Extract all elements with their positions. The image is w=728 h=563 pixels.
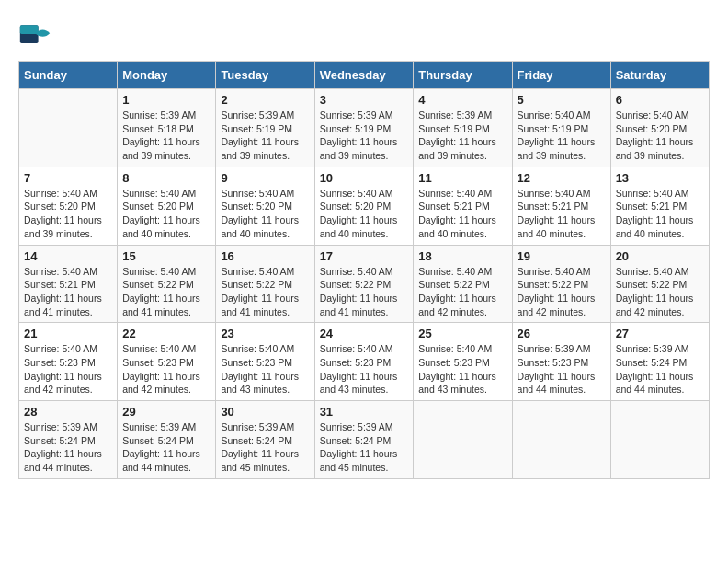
header-friday: Friday — [512, 62, 610, 89]
day-cell: 19Sunrise: 5:40 AM Sunset: 5:22 PM Dayli… — [512, 245, 610, 323]
day-cell: 30Sunrise: 5:39 AM Sunset: 5:24 PM Dayli… — [216, 401, 314, 479]
day-cell: 27Sunrise: 5:39 AM Sunset: 5:24 PM Dayli… — [610, 323, 709, 401]
day-info: Sunrise: 5:40 AM Sunset: 5:23 PM Dayligh… — [418, 342, 506, 396]
day-number: 5 — [518, 93, 606, 107]
day-cell — [610, 401, 709, 479]
day-info: Sunrise: 5:40 AM Sunset: 5:19 PM Dayligh… — [518, 109, 606, 163]
day-number: 28 — [24, 405, 112, 419]
day-cell — [512, 401, 610, 479]
week-row-3: 14Sunrise: 5:40 AM Sunset: 5:21 PM Dayli… — [19, 245, 710, 323]
week-row-1: 1Sunrise: 5:39 AM Sunset: 5:18 PM Daylig… — [19, 89, 710, 167]
week-row-4: 21Sunrise: 5:40 AM Sunset: 5:23 PM Dayli… — [19, 323, 710, 401]
day-number: 2 — [221, 93, 309, 107]
day-info: Sunrise: 5:39 AM Sunset: 5:24 PM Dayligh… — [24, 420, 112, 475]
day-cell: 26Sunrise: 5:39 AM Sunset: 5:23 PM Dayli… — [512, 323, 610, 401]
day-number: 11 — [418, 171, 506, 185]
day-info: Sunrise: 5:39 AM Sunset: 5:19 PM Dayligh… — [221, 109, 309, 163]
header-wednesday: Wednesday — [314, 62, 414, 89]
day-number: 21 — [24, 327, 112, 340]
day-number: 4 — [418, 93, 506, 107]
day-cell: 9Sunrise: 5:40 AM Sunset: 5:20 PM Daylig… — [216, 167, 314, 245]
header-saturday: Saturday — [610, 62, 709, 89]
header-monday: Monday — [118, 62, 216, 89]
day-info: Sunrise: 5:40 AM Sunset: 5:22 PM Dayligh… — [122, 265, 210, 319]
day-number: 24 — [320, 327, 409, 340]
day-cell: 10Sunrise: 5:40 AM Sunset: 5:20 PM Dayli… — [314, 167, 414, 245]
header-tuesday: Tuesday — [216, 62, 314, 89]
day-cell: 18Sunrise: 5:40 AM Sunset: 5:22 PM Dayli… — [414, 245, 512, 323]
day-number: 1 — [122, 93, 210, 107]
day-info: Sunrise: 5:39 AM Sunset: 5:24 PM Dayligh… — [616, 342, 704, 396]
day-number: 17 — [320, 249, 409, 263]
day-cell: 1Sunrise: 5:39 AM Sunset: 5:18 PM Daylig… — [118, 89, 216, 167]
day-number: 6 — [616, 93, 704, 107]
logo-icon — [18, 18, 51, 52]
day-cell: 2Sunrise: 5:39 AM Sunset: 5:19 PM Daylig… — [216, 89, 314, 167]
day-cell: 8Sunrise: 5:40 AM Sunset: 5:20 PM Daylig… — [118, 167, 216, 245]
day-cell: 24Sunrise: 5:40 AM Sunset: 5:23 PM Dayli… — [314, 323, 414, 401]
day-number: 26 — [518, 327, 606, 340]
day-number: 7 — [24, 171, 112, 185]
day-number: 12 — [518, 171, 606, 185]
day-number: 31 — [320, 405, 409, 419]
day-number: 18 — [418, 249, 506, 263]
day-cell: 5Sunrise: 5:40 AM Sunset: 5:19 PM Daylig… — [512, 89, 610, 167]
day-info: Sunrise: 5:40 AM Sunset: 5:20 PM Dayligh… — [24, 187, 112, 241]
day-number: 3 — [320, 93, 409, 107]
day-number: 23 — [221, 327, 309, 340]
day-number: 27 — [616, 327, 704, 340]
day-cell: 12Sunrise: 5:40 AM Sunset: 5:21 PM Dayli… — [512, 167, 610, 245]
day-cell: 20Sunrise: 5:40 AM Sunset: 5:22 PM Dayli… — [610, 245, 709, 323]
day-cell: 22Sunrise: 5:40 AM Sunset: 5:23 PM Dayli… — [118, 323, 216, 401]
day-info: Sunrise: 5:40 AM Sunset: 5:23 PM Dayligh… — [320, 342, 409, 396]
day-cell: 29Sunrise: 5:39 AM Sunset: 5:24 PM Dayli… — [118, 401, 216, 479]
day-cell: 7Sunrise: 5:40 AM Sunset: 5:20 PM Daylig… — [19, 167, 118, 245]
day-info: Sunrise: 5:39 AM Sunset: 5:19 PM Dayligh… — [320, 109, 409, 163]
day-number: 19 — [518, 249, 606, 263]
day-number: 15 — [122, 249, 210, 263]
day-cell: 13Sunrise: 5:40 AM Sunset: 5:21 PM Dayli… — [610, 167, 709, 245]
calendar-table: SundayMondayTuesdayWednesdayThursdayFrid… — [18, 61, 710, 479]
day-number: 20 — [616, 249, 704, 263]
day-info: Sunrise: 5:39 AM Sunset: 5:19 PM Dayligh… — [418, 109, 506, 163]
day-number: 22 — [122, 327, 210, 340]
svg-rect-1 — [20, 25, 39, 34]
day-info: Sunrise: 5:39 AM Sunset: 5:18 PM Dayligh… — [122, 109, 210, 163]
day-info: Sunrise: 5:40 AM Sunset: 5:21 PM Dayligh… — [24, 265, 112, 319]
logo — [18, 18, 55, 52]
page-header — [18, 18, 710, 52]
day-number: 9 — [221, 171, 309, 185]
day-cell: 31Sunrise: 5:39 AM Sunset: 5:24 PM Dayli… — [314, 401, 414, 479]
day-info: Sunrise: 5:40 AM Sunset: 5:22 PM Dayligh… — [518, 265, 606, 319]
day-info: Sunrise: 5:40 AM Sunset: 5:22 PM Dayligh… — [221, 265, 309, 319]
day-number: 10 — [320, 171, 409, 185]
day-info: Sunrise: 5:40 AM Sunset: 5:23 PM Dayligh… — [221, 342, 309, 396]
day-cell: 4Sunrise: 5:39 AM Sunset: 5:19 PM Daylig… — [414, 89, 512, 167]
day-cell: 11Sunrise: 5:40 AM Sunset: 5:21 PM Dayli… — [414, 167, 512, 245]
day-cell: 15Sunrise: 5:40 AM Sunset: 5:22 PM Dayli… — [118, 245, 216, 323]
day-cell: 16Sunrise: 5:40 AM Sunset: 5:22 PM Dayli… — [216, 245, 314, 323]
day-number: 25 — [418, 327, 506, 340]
day-number: 29 — [122, 405, 210, 419]
day-info: Sunrise: 5:40 AM Sunset: 5:20 PM Dayligh… — [320, 187, 409, 241]
day-cell — [414, 401, 512, 479]
day-info: Sunrise: 5:40 AM Sunset: 5:22 PM Dayligh… — [616, 265, 704, 319]
week-row-2: 7Sunrise: 5:40 AM Sunset: 5:20 PM Daylig… — [19, 167, 710, 245]
day-number: 8 — [122, 171, 210, 185]
day-number: 16 — [221, 249, 309, 263]
day-cell: 17Sunrise: 5:40 AM Sunset: 5:22 PM Dayli… — [314, 245, 414, 323]
day-number: 13 — [616, 171, 704, 185]
day-info: Sunrise: 5:40 AM Sunset: 5:20 PM Dayligh… — [122, 187, 210, 241]
header-sunday: Sunday — [19, 62, 118, 89]
header-thursday: Thursday — [414, 62, 512, 89]
day-cell: 14Sunrise: 5:40 AM Sunset: 5:21 PM Dayli… — [19, 245, 118, 323]
day-info: Sunrise: 5:39 AM Sunset: 5:24 PM Dayligh… — [320, 420, 409, 475]
day-cell: 23Sunrise: 5:40 AM Sunset: 5:23 PM Dayli… — [216, 323, 314, 401]
day-info: Sunrise: 5:40 AM Sunset: 5:22 PM Dayligh… — [418, 265, 506, 319]
day-info: Sunrise: 5:39 AM Sunset: 5:23 PM Dayligh… — [518, 342, 606, 396]
day-cell: 6Sunrise: 5:40 AM Sunset: 5:20 PM Daylig… — [610, 89, 709, 167]
day-cell: 28Sunrise: 5:39 AM Sunset: 5:24 PM Dayli… — [19, 401, 118, 479]
day-info: Sunrise: 5:39 AM Sunset: 5:24 PM Dayligh… — [221, 420, 309, 475]
day-info: Sunrise: 5:39 AM Sunset: 5:24 PM Dayligh… — [122, 420, 210, 475]
day-info: Sunrise: 5:40 AM Sunset: 5:23 PM Dayligh… — [122, 342, 210, 396]
